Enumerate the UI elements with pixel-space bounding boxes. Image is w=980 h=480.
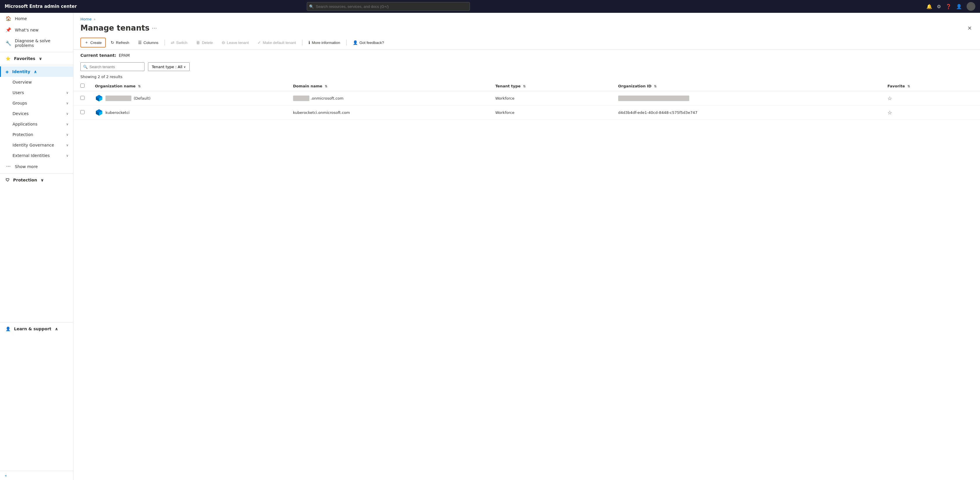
chevron-up-icon: ∧ (34, 69, 37, 74)
leave-tenant-button[interactable]: ⊖ Leave tenant (218, 38, 253, 47)
help-icon[interactable]: ❓ (946, 4, 951, 10)
org-name-col[interactable]: Organization name ⇅ (88, 81, 286, 91)
favorite-star-icon[interactable]: ☆ (887, 110, 892, 116)
row-select-cell[interactable] (73, 91, 88, 105)
sort-icon: ⇅ (523, 84, 526, 88)
results-count: Showing 2 of 2 results (73, 73, 980, 81)
domain-cell: .onmicrosoft.com (286, 91, 488, 105)
topbar: Microsoft Entra admin center 🔍 🔔 ⚙️ ❓ 👤 (0, 0, 980, 13)
filter-label: Tenant type : All (152, 65, 182, 69)
domain-name-col[interactable]: Domain name ⇅ (286, 81, 488, 91)
chevron-down-icon: ∨ (66, 122, 68, 126)
info-icon: ℹ (309, 40, 310, 45)
refresh-button[interactable]: ↻ Refresh (107, 38, 133, 47)
org-id-col[interactable]: Organization ID ⇅ (611, 81, 880, 91)
blurred-domain (293, 95, 310, 101)
sidebar-collapse-btn[interactable]: « (0, 470, 73, 480)
feedback-button[interactable]: 👤 Got feedback? (349, 38, 388, 47)
breadcrumb-home[interactable]: Home (80, 17, 91, 21)
sidebar-item-label: Devices (13, 111, 63, 116)
new-icon: 📌 (6, 27, 11, 33)
delete-button[interactable]: 🗑 Delete (192, 38, 217, 47)
select-all-checkbox[interactable] (80, 84, 84, 87)
identity-label: Identity (12, 69, 30, 74)
favorite-cell[interactable]: ☆ (880, 105, 980, 120)
columns-icon: ☰ (138, 40, 142, 45)
tenant-type-col[interactable]: Tenant type ⇅ (488, 81, 611, 91)
create-button[interactable]: ＋ Create (80, 38, 106, 48)
sidebar-item-overview[interactable]: Overview (0, 77, 73, 87)
sidebar-item-home[interactable]: 🏠 Home (0, 13, 73, 24)
tenants-table: Organization name ⇅ Domain name ⇅ Tenant… (73, 81, 980, 120)
delete-icon: 🗑 (196, 40, 200, 45)
sidebar-item-applications[interactable]: Applications ∨ (0, 119, 73, 129)
tenant-type-filter[interactable]: Tenant type : All ∨ (148, 62, 190, 71)
settings-icon[interactable]: ⚙️ (937, 4, 941, 10)
identity-icon: ◈ (6, 69, 9, 74)
row-select-cell[interactable] (73, 105, 88, 120)
sidebar-learn-support-header[interactable]: 👤 Learn & support ∧ (0, 324, 73, 334)
current-tenant-label: Current tenant: (80, 53, 116, 58)
more-options-icon[interactable]: ··· (152, 25, 157, 31)
sidebar-item-label: Identity Governance (13, 143, 63, 147)
search-tenants-input[interactable] (89, 65, 142, 69)
row-checkbox[interactable] (80, 110, 84, 114)
more-icon: ··· (6, 164, 11, 169)
org-name-cell: (Default) (88, 91, 286, 105)
sidebar-favorites-header[interactable]: ⭐ Favorites ∨ (0, 53, 73, 64)
chevron-down-icon: ∨ (66, 101, 68, 105)
chevron-down-icon: ∨ (66, 112, 68, 116)
sidebar-item-protection[interactable]: Protection ∨ (0, 129, 73, 140)
table-row: kuberocketci kuberocketci.onmicrosoft.co… (73, 105, 980, 120)
close-button[interactable]: ✕ (966, 24, 973, 32)
columns-button[interactable]: ☰ Columns (134, 38, 162, 47)
sidebar-item-show-more[interactable]: ··· Show more (0, 161, 73, 172)
org-name-cell: kuberocketci (88, 105, 286, 120)
sidebar-item-label: Show more (15, 164, 68, 169)
filter-bar: 🔍 Tenant type : All ∨ (73, 59, 980, 73)
breadcrumb-sep: › (94, 17, 95, 21)
make-default-button[interactable]: ✓ Make default tenant (254, 38, 300, 47)
search-bar[interactable]: 🔍 (307, 2, 470, 11)
blurred-org-name (105, 95, 131, 101)
org-name-text: kuberocketci (105, 110, 130, 115)
sidebar-item-external-identities[interactable]: External Identities ∨ (0, 150, 73, 161)
org-name-container: kuberocketci (95, 108, 283, 116)
protection-icon: 🛡 (6, 178, 10, 182)
tenant-logo-icon (95, 94, 103, 102)
notification-icon[interactable]: 🔔 (926, 4, 932, 10)
default-badge: (Default) (134, 96, 151, 100)
favorite-cell[interactable]: ☆ (880, 91, 980, 105)
table-row: (Default) .onmicrosoft.com Workforce ☆ (73, 91, 980, 105)
sidebar-item-devices[interactable]: Devices ∨ (0, 108, 73, 119)
select-all-col[interactable] (73, 81, 88, 91)
search-box[interactable]: 🔍 (80, 62, 145, 71)
favorites-icon: ⭐ (6, 56, 11, 61)
sidebar-protection-header[interactable]: 🛡 Protection ∨ (0, 175, 73, 185)
favorite-col[interactable]: Favorite ⇅ (880, 81, 980, 91)
home-icon: 🏠 (6, 16, 11, 21)
chevron-down-icon: ∨ (66, 154, 68, 157)
sidebar-item-identity-governance[interactable]: Identity Governance ∨ (0, 140, 73, 150)
sidebar-item-groups[interactable]: Groups ∨ (0, 98, 73, 108)
search-box-icon: 🔍 (83, 65, 88, 69)
more-info-button[interactable]: ℹ More information (305, 38, 344, 47)
feedback-icon[interactable]: 👤 (956, 4, 962, 10)
sidebar-item-label: Overview (13, 80, 68, 84)
avatar[interactable] (967, 2, 975, 11)
org-id-cell: d4d3b4df-ede1-40cd-8448-c575f5d3e747 (611, 105, 880, 120)
chevron-down-icon: ∨ (66, 133, 68, 137)
sidebar-item-users[interactable]: Users ∨ (0, 87, 73, 98)
sidebar: 🏠 Home 📌 What's new 🔧 Diagnose & solve p… (0, 13, 73, 480)
switch-button[interactable]: ⇄ Switch (167, 38, 191, 47)
favorite-star-icon[interactable]: ☆ (887, 95, 892, 101)
protection-label: Protection (13, 178, 37, 182)
table-body: (Default) .onmicrosoft.com Workforce ☆ (73, 91, 980, 120)
sidebar-identity-header[interactable]: ◈ Identity ∧ (0, 67, 73, 77)
sidebar-item-whats-new[interactable]: 📌 What's new (0, 24, 73, 35)
sidebar-divider (0, 65, 73, 65)
search-input[interactable] (307, 2, 470, 11)
row-checkbox[interactable] (80, 96, 84, 100)
sidebar-item-diagnose[interactable]: 🔧 Diagnose & solve problems (0, 35, 73, 51)
chevron-up-icon: ∧ (55, 326, 58, 331)
